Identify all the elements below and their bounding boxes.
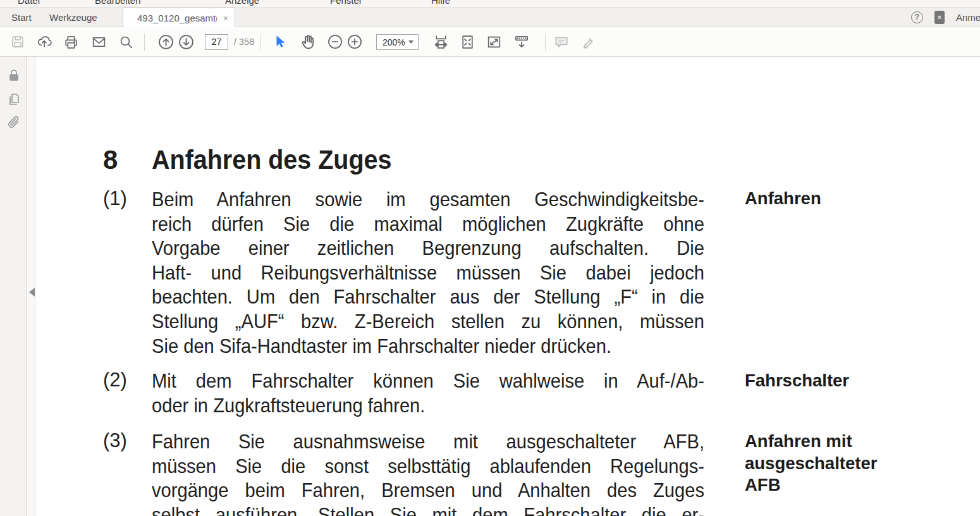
save-icon[interactable] bbox=[7, 31, 28, 52]
text-line: Beim Anfahren sowie im gesamten Geschwin… bbox=[152, 187, 704, 212]
document-page: 8 Anfahren des Zuges (1)Beim Anfahren so… bbox=[36, 57, 980, 516]
text-line: reich dürfen Sie die maximal möglichen Z… bbox=[152, 212, 704, 236]
chevron-down-icon bbox=[408, 40, 413, 44]
margin-label: Anfahren bbox=[745, 188, 941, 210]
tabbar-right-group: ? ✕ Anmelden bbox=[911, 8, 980, 27]
tab-werkzeuge[interactable]: Werkzeuge bbox=[49, 8, 97, 27]
collapse-panel-arrow-icon[interactable] bbox=[29, 288, 35, 297]
close-tab-icon[interactable]: × bbox=[223, 13, 228, 23]
margin-label-line: Anfahren mit bbox=[745, 431, 941, 453]
paragraph-number: (3) bbox=[103, 429, 127, 452]
tab-document[interactable]: 493_0120_gesamt(... × bbox=[123, 8, 235, 28]
comment-icon[interactable] bbox=[551, 31, 572, 52]
menu-item-bearbeiten[interactable]: Bearbeiten bbox=[95, 0, 141, 6]
help-icon[interactable]: ? bbox=[911, 11, 923, 23]
text-line: oder in Zugkraftsteuerung fahren. bbox=[152, 393, 704, 418]
margin-label-line: AFB bbox=[745, 474, 941, 496]
tab-bar: Start Werkzeuge 493_0120_gesamt(... × ? … bbox=[0, 8, 980, 27]
text-line: Sie den Sifa-Handtaster im Fahrschalter … bbox=[152, 334, 704, 359]
toolbar: 27 / 358 200% bbox=[0, 27, 980, 57]
menu-item-hilfe[interactable]: Hilfe bbox=[431, 0, 450, 6]
margin-label: Fahrschalter bbox=[745, 370, 941, 392]
security-lock-icon[interactable] bbox=[6, 67, 22, 83]
text-line: selbst ausführen. Stellen Sie mit dem Fa… bbox=[152, 503, 704, 516]
previous-page-icon[interactable] bbox=[155, 31, 176, 52]
margin-label: Anfahren mitausgeschalteterAFB bbox=[745, 431, 941, 496]
next-page-icon[interactable] bbox=[175, 31, 197, 52]
menu-bar: Datei Bearbeiten Anzeige Fenster Hilfe bbox=[0, 0, 980, 8]
text-line: Haft- und Reibungsverhältnisse müssen Si… bbox=[152, 261, 704, 285]
select-tool-icon[interactable] bbox=[269, 31, 291, 52]
tab-start[interactable]: Start bbox=[11, 8, 32, 27]
zoom-out-icon[interactable] bbox=[324, 31, 346, 52]
fit-width-icon[interactable] bbox=[430, 31, 451, 52]
panel-collapse-strip bbox=[28, 57, 36, 516]
share-upload-icon[interactable] bbox=[34, 31, 55, 52]
page-total-label: / 358 bbox=[234, 34, 254, 50]
text-line: Vorgabe einer zeitlichen Begrenzung aufs… bbox=[152, 236, 704, 261]
reading-mode-icon[interactable] bbox=[511, 31, 532, 52]
text-line: müssen Sie die sonst selbsttätig ablaufe… bbox=[152, 454, 704, 479]
toolbar-separator bbox=[260, 34, 260, 51]
zoom-level-dropdown[interactable]: 200% bbox=[376, 34, 419, 50]
left-sidebar bbox=[0, 57, 27, 516]
text-line: Mit dem Fahrschalter können Sie wahlweis… bbox=[152, 369, 704, 393]
zoom-level-value: 200% bbox=[377, 37, 408, 47]
text-line: Fahren Sie ausnahmsweise mit ausgeschalt… bbox=[152, 429, 704, 454]
toolbar-separator bbox=[144, 34, 145, 51]
mobile-device-icon[interactable]: ✕ bbox=[934, 11, 945, 24]
email-icon[interactable] bbox=[88, 31, 109, 52]
tab-document-label: 493_0120_gesamt(... bbox=[137, 13, 217, 23]
text-line: beachten. Um den Fahrschalter aus der St… bbox=[152, 285, 704, 309]
menu-item-fenster[interactable]: Fenster bbox=[330, 0, 362, 6]
print-icon[interactable] bbox=[60, 31, 82, 52]
fit-page-icon[interactable] bbox=[456, 31, 478, 52]
margin-label-line: Anfahren bbox=[745, 188, 941, 210]
text-line: vorgänge beim Fahren, Bremsen und Anhalt… bbox=[152, 478, 704, 503]
page-number-input[interactable]: 27 bbox=[205, 34, 228, 50]
margin-label-line: Fahrschalter bbox=[745, 370, 941, 392]
paragraph-number: (1) bbox=[103, 187, 127, 210]
sign-in-button[interactable]: Anmelden bbox=[956, 12, 980, 23]
main-area: 8 Anfahren des Zuges (1)Beim Anfahren so… bbox=[0, 57, 980, 516]
attachments-paperclip-icon[interactable] bbox=[6, 114, 22, 131]
search-icon[interactable] bbox=[115, 31, 137, 52]
page-title: Anfahren des Zuges bbox=[152, 145, 392, 175]
fullscreen-icon[interactable] bbox=[483, 31, 505, 52]
paragraph-text: Mit dem Fahrschalter können Sie wahlweis… bbox=[152, 369, 704, 417]
text-line: Stellung „AUF“ bzw. Z-Bereich stellen zu… bbox=[152, 309, 704, 334]
toolbar-separator bbox=[545, 34, 546, 51]
page-thumbnails-icon[interactable] bbox=[6, 91, 22, 108]
menu-item-anzeige[interactable]: Anzeige bbox=[225, 0, 259, 6]
heading-number: 8 bbox=[103, 145, 118, 175]
highlighter-icon[interactable] bbox=[577, 31, 599, 52]
hand-tool-icon[interactable] bbox=[297, 31, 319, 52]
zoom-in-icon[interactable] bbox=[344, 31, 365, 52]
paragraph-number: (2) bbox=[103, 369, 127, 391]
menu-item-datei[interactable]: Datei bbox=[18, 0, 40, 6]
margin-label-line: ausgeschalteter bbox=[745, 453, 941, 475]
paragraph-text: Fahren Sie ausnahmsweise mit ausgeschalt… bbox=[152, 429, 704, 516]
paragraph-text: Beim Anfahren sowie im gesamten Geschwin… bbox=[152, 187, 704, 358]
